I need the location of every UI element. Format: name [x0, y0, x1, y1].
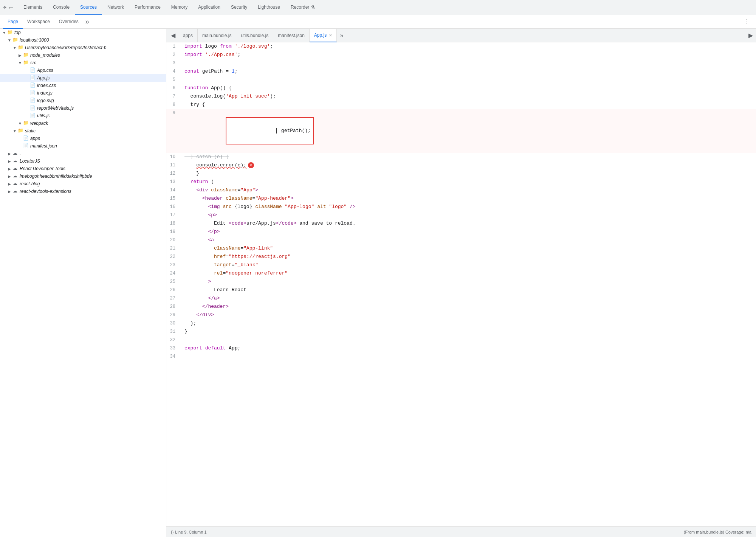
line-code[interactable]: console.log('App init succ'); — [181, 92, 756, 101]
file-tab-app-js[interactable]: App.js × — [310, 29, 337, 42]
line-code[interactable]: const getPath = 1; — [181, 67, 756, 76]
tree-item-top[interactable]: ▼ 📁 top — [0, 29, 166, 36]
tree-item-imebogo[interactable]: ▶ ☁ imebogohheacbbmhfiiddakclhifpbde — [0, 172, 166, 180]
subtab-workspace[interactable]: Workspace — [23, 15, 54, 29]
tree-item-apps-file[interactable]: 📄 apps — [0, 135, 166, 142]
tab-console[interactable]: Console — [48, 0, 75, 15]
line-code[interactable]: > — [181, 278, 756, 286]
line-number[interactable]: 27 — [166, 294, 181, 303]
line-code[interactable]: console.error(e);✕ — [181, 161, 756, 169]
tree-item-manifest[interactable]: 📄 manifest.json — [0, 142, 166, 150]
line-number[interactable]: 31 — [166, 327, 181, 336]
line-code[interactable]: <img src={logo} className="App-logo" alt… — [181, 203, 756, 211]
tree-item-react-blog[interactable]: ▶ ☁ react-blog — [0, 180, 166, 188]
line-code[interactable]: href="https://reactjs.org" — [181, 253, 756, 261]
line-code[interactable]: } catch (e) { — [181, 153, 756, 161]
line-number[interactable]: 21 — [166, 244, 181, 253]
line-number[interactable]: 14 — [166, 186, 181, 194]
tab-sources[interactable]: Sources — [75, 0, 102, 15]
tree-item-webpack[interactable]: ▼ 📁 webpack — [0, 120, 166, 127]
line-number[interactable]: 3 — [166, 59, 181, 67]
line-code[interactable]: </a> — [181, 294, 756, 303]
line-code[interactable]: <p> — [181, 211, 756, 219]
subtab-overrides[interactable]: Overrides — [54, 15, 83, 29]
line-number[interactable]: 6 — [166, 84, 181, 92]
line-number[interactable]: 23 — [166, 261, 181, 269]
line-code[interactable]: try { — [181, 101, 756, 109]
line-number[interactable]: 26 — [166, 286, 181, 294]
tab-performance[interactable]: Performance — [129, 0, 166, 15]
expand-panel-button[interactable]: ▶ — [745, 32, 756, 39]
line-code[interactable]: className="App-link" — [181, 244, 756, 253]
tree-item-reportwebvitals[interactable]: 📄 reportWebVitals.js — [0, 104, 166, 112]
tree-item-dot[interactable]: ▶ ☁ . — [0, 150, 166, 157]
line-number[interactable]: 10 — [166, 153, 181, 161]
line-code[interactable]: Learn React — [181, 286, 756, 294]
file-tab-main-bundle[interactable]: main.bundle.js — [198, 29, 236, 42]
line-code[interactable] — [181, 336, 756, 344]
line-number[interactable]: 13 — [166, 178, 181, 186]
tab-lighthouse[interactable]: Lighthouse — [253, 0, 285, 15]
line-code[interactable]: import './App.css'; — [181, 51, 756, 59]
tree-item-locatorjs[interactable]: ▶ ☁ LocatorJS — [0, 157, 166, 165]
line-number[interactable]: 18 — [166, 219, 181, 228]
subtab-page[interactable]: Page — [3, 15, 23, 29]
line-number[interactable]: 15 — [166, 194, 181, 203]
sub-nav-more[interactable]: » — [83, 18, 91, 26]
line-number[interactable]: 20 — [166, 236, 181, 244]
tree-item-src[interactable]: ▼ 📁 src — [0, 59, 166, 67]
line-code[interactable]: } — [181, 327, 756, 336]
line-number[interactable]: 34 — [166, 352, 181, 361]
code-editor[interactable]: 1 import logo from './logo.svg'; 2 impor… — [166, 42, 756, 526]
line-number[interactable]: 30 — [166, 319, 181, 327]
line-code[interactable] — [181, 352, 756, 361]
line-code[interactable]: </p> — [181, 228, 756, 236]
line-number[interactable]: 24 — [166, 269, 181, 278]
line-code[interactable]: </div> — [181, 311, 756, 319]
tree-item-reactdevtools[interactable]: ▶ ☁ React Developer Tools — [0, 165, 166, 172]
line-number[interactable]: 25 — [166, 278, 181, 286]
file-tab-utils-bundle[interactable]: utils.bundle.js — [236, 29, 273, 42]
line-code-breakpoint[interactable]: getPath(); — [181, 109, 756, 153]
tree-item-app-js[interactable]: 📄 App.js — [0, 74, 166, 82]
line-number[interactable]: 11 — [166, 161, 181, 169]
tree-item-localhost[interactable]: ▼ 📁 localhost:3000 — [0, 36, 166, 44]
file-tab-apps[interactable]: apps — [178, 29, 198, 42]
line-code[interactable]: rel="noopener noreferrer" — [181, 269, 756, 278]
tab-security[interactable]: Security — [226, 0, 253, 15]
line-number[interactable]: 12 — [166, 169, 181, 178]
collapse-panel-button[interactable]: ◀ — [168, 32, 178, 39]
line-number[interactable]: 28 — [166, 303, 181, 311]
cursor-icon[interactable]: ⌖ — [3, 4, 6, 11]
sub-nav-menu[interactable]: ⋮ — [741, 18, 753, 25]
line-code[interactable]: Edit <code>src/App.js</code> and save to… — [181, 219, 756, 228]
line-code[interactable]: return ( — [181, 178, 756, 186]
file-tab-manifest[interactable]: manifest.json — [273, 29, 310, 42]
line-number[interactable]: 9 — [166, 109, 181, 153]
line-number[interactable]: 16 — [166, 203, 181, 211]
line-number[interactable]: 22 — [166, 253, 181, 261]
line-code[interactable]: <header className="App-header"> — [181, 194, 756, 203]
line-code[interactable] — [181, 76, 756, 84]
line-code[interactable]: ); — [181, 319, 756, 327]
line-number[interactable]: 8 — [166, 101, 181, 109]
line-code[interactable]: import logo from './logo.svg'; — [181, 42, 756, 51]
tree-item-react-devtools-ext[interactable]: ▶ ☁ react-devtools-extensions — [0, 188, 166, 195]
line-number[interactable]: 32 — [166, 336, 181, 344]
tree-item-index-css[interactable]: 📄 index.css — [0, 82, 166, 89]
tree-item-logo-svg[interactable]: 📄 logo.svg — [0, 97, 166, 104]
tab-network[interactable]: Network — [102, 0, 129, 15]
line-code[interactable]: function App() { — [181, 84, 756, 92]
line-code[interactable]: target="_blank" — [181, 261, 756, 269]
line-code[interactable]: export default App; — [181, 344, 756, 352]
line-number[interactable]: 1 — [166, 42, 181, 51]
line-number[interactable]: 5 — [166, 76, 181, 84]
line-number[interactable]: 7 — [166, 92, 181, 101]
line-code[interactable]: <a — [181, 236, 756, 244]
tree-item-node-modules[interactable]: ▶ 📁 node_modules — [0, 51, 166, 59]
tab-elements[interactable]: Elements — [18, 0, 48, 15]
tree-item-utils-js[interactable]: 📄 utils.js — [0, 112, 166, 120]
tree-item-index-js[interactable]: 📄 index.js — [0, 89, 166, 97]
line-code[interactable]: </header> — [181, 303, 756, 311]
line-number[interactable]: 33 — [166, 344, 181, 352]
